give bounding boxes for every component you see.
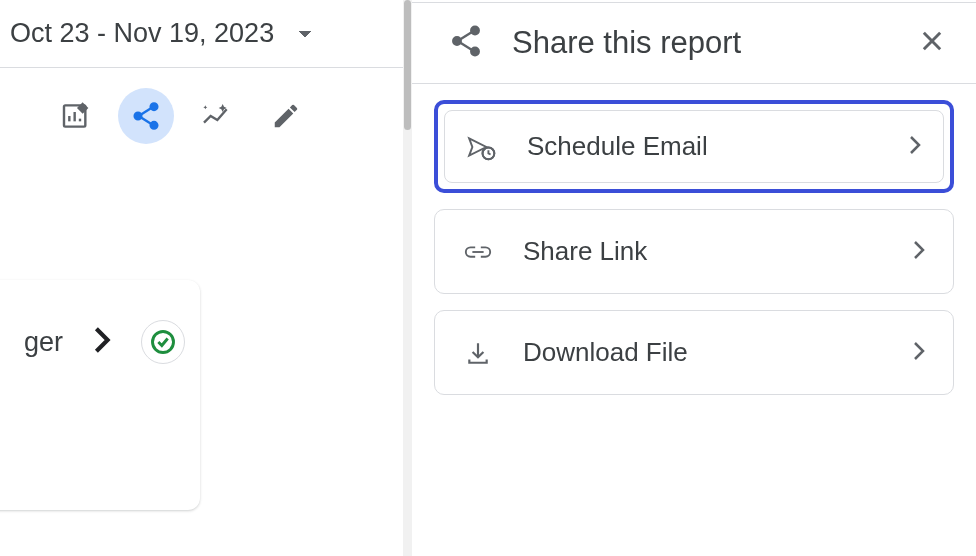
chevron-right-icon xyxy=(913,341,925,365)
chevron-right-icon xyxy=(913,240,925,264)
left-panel: Oct 23 - Nov 19, 2023 xyxy=(0,0,403,556)
scrollbar[interactable] xyxy=(403,0,412,556)
option-label: Schedule Email xyxy=(527,131,879,162)
download-icon xyxy=(463,339,493,367)
chevron-right-icon xyxy=(909,135,921,159)
share-header-icon xyxy=(448,23,484,63)
report-card[interactable]: ger xyxy=(0,280,200,510)
checkmark-badge-icon xyxy=(141,320,185,364)
panel-title: Share this report xyxy=(512,25,890,61)
edit-chart-icon[interactable] xyxy=(48,88,104,144)
pencil-edit-icon[interactable] xyxy=(258,88,314,144)
svg-line-13 xyxy=(460,32,472,40)
option-label: Share Link xyxy=(523,236,883,267)
chevron-right-icon xyxy=(93,326,111,358)
schedule-email-icon xyxy=(467,132,497,162)
share-panel: Share this report Schedule Email xyxy=(412,2,976,556)
schedule-email-option[interactable]: Schedule Email xyxy=(434,100,954,193)
date-range-text: Oct 23 - Nov 19, 2023 xyxy=(10,18,274,49)
toolbar xyxy=(0,68,403,164)
close-icon[interactable] xyxy=(918,27,946,59)
share-icon[interactable] xyxy=(118,88,174,144)
svg-line-14 xyxy=(460,43,472,51)
insights-icon[interactable] xyxy=(188,88,244,144)
date-range-selector[interactable]: Oct 23 - Nov 19, 2023 xyxy=(0,0,403,68)
card-text-fragment: ger xyxy=(24,327,63,358)
download-file-option[interactable]: Download File xyxy=(434,310,954,395)
scrollbar-thumb[interactable] xyxy=(404,0,411,130)
panel-header: Share this report xyxy=(412,3,976,84)
share-link-option[interactable]: Share Link xyxy=(434,209,954,294)
dropdown-arrow-icon xyxy=(298,26,312,42)
svg-line-8 xyxy=(141,117,152,124)
option-label: Download File xyxy=(523,337,883,368)
link-icon xyxy=(463,243,493,261)
share-options-list: Schedule Email Share Link xyxy=(412,84,976,411)
svg-line-7 xyxy=(141,108,152,115)
